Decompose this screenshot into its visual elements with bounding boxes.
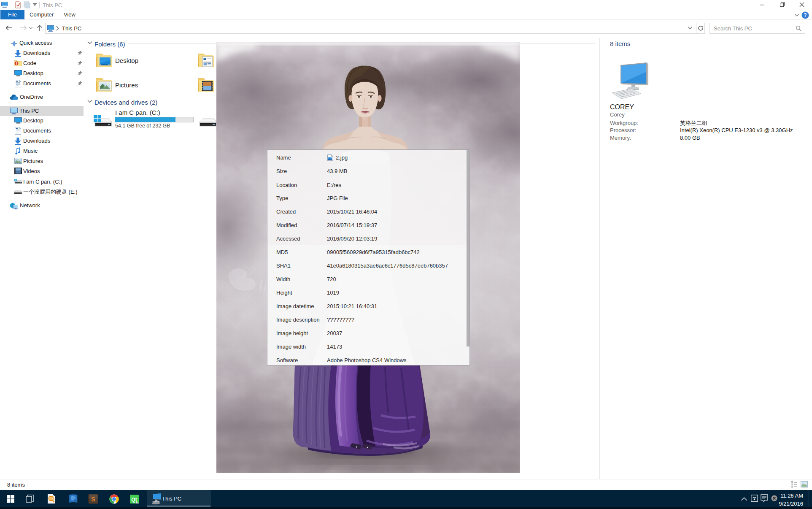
svg-text:?: ? [804,12,807,18]
svg-text:A: A [204,57,206,60]
svg-text:li: li [259,277,267,295]
svg-text:S: S [91,495,95,503]
